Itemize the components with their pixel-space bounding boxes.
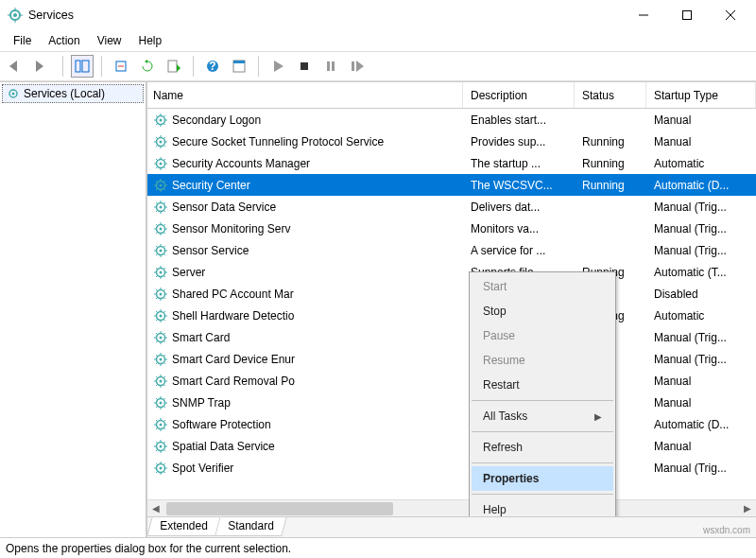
service-row[interactable]: Sensor Data ServiceDelivers dat...Manual… — [147, 196, 756, 218]
refresh-button[interactable] — [136, 55, 159, 78]
service-row[interactable]: Secure Socket Tunneling Protocol Service… — [147, 131, 756, 152]
stop-service-button[interactable] — [293, 55, 316, 78]
svg-point-32 — [160, 118, 163, 121]
console-tree[interactable]: Services (Local) — [0, 82, 147, 537]
forward-button[interactable] — [32, 55, 55, 78]
menu-action[interactable]: Action — [41, 32, 87, 49]
ctx-stop[interactable]: Stop — [472, 299, 613, 323]
service-status: Running — [575, 157, 646, 170]
tab-extended[interactable]: Extended — [146, 516, 220, 536]
svg-point-72 — [160, 205, 163, 208]
ctx-restart[interactable]: Restart — [472, 373, 613, 397]
service-name: Security Center — [172, 179, 250, 192]
svg-line-138 — [164, 340, 166, 342]
minimize-button[interactable] — [622, 0, 665, 30]
ctx-all-tasks[interactable]: All Tasks▶ — [472, 404, 613, 428]
service-row[interactable]: Spot VerifierVerifies pote...Manual (Tri… — [147, 457, 756, 479]
properties-button[interactable] — [228, 55, 250, 78]
service-row[interactable]: Shell Hardware DetectioProvides not...Ru… — [147, 305, 756, 326]
col-status[interactable]: Status — [575, 82, 646, 108]
restart-service-button[interactable] — [346, 55, 369, 78]
service-startup: Manual (Trig... — [646, 462, 756, 475]
service-startup: Automatic — [646, 309, 756, 323]
service-row[interactable]: Secondary LogonEnables start...Manual — [147, 109, 756, 131]
pause-service-button[interactable] — [319, 55, 342, 78]
service-startup: Automatic — [646, 157, 756, 170]
export-list-button[interactable] — [163, 55, 185, 78]
back-button[interactable] — [6, 55, 28, 78]
service-description: The WSCSVC... — [463, 179, 575, 192]
show-hide-tree-button[interactable] — [71, 55, 94, 78]
service-row[interactable]: Spatial Data ServiceThis service i...Man… — [147, 435, 756, 457]
scrollbar-thumb[interactable] — [166, 502, 393, 515]
col-startup-type[interactable]: Startup Type — [646, 82, 756, 108]
close-button[interactable] — [709, 0, 752, 30]
services-list[interactable]: Name Description Status Startup Type Sec… — [147, 82, 756, 516]
service-row[interactable]: Smart CardManages ac...Manual (Trig... — [147, 326, 756, 348]
ctx-properties[interactable]: Properties — [472, 466, 613, 491]
service-row[interactable]: Software ProtectionEnables the ...Automa… — [147, 413, 756, 435]
service-row[interactable]: Smart Card Removal PoAllows the s...Manu… — [147, 370, 756, 392]
service-row[interactable]: Smart Card Device EnurCreates soft...Man… — [147, 348, 756, 370]
svg-line-37 — [156, 115, 158, 117]
ctx-resume[interactable]: Resume — [472, 348, 613, 373]
svg-rect-12 — [76, 61, 80, 72]
service-name: Server — [172, 266, 205, 279]
service-row[interactable]: ServerSupports file...RunningAutomatic (… — [147, 261, 756, 283]
svg-line-157 — [156, 376, 158, 378]
service-row[interactable]: Sensor Monitoring ServMonitors va...Manu… — [147, 218, 756, 239]
menu-help[interactable]: Help — [131, 32, 170, 49]
service-startup: Manual — [646, 440, 756, 453]
svg-line-77 — [156, 202, 158, 204]
gear-icon — [153, 265, 168, 280]
service-name: Smart Card Removal Po — [172, 375, 295, 388]
svg-line-57 — [156, 159, 158, 161]
maximize-button[interactable] — [665, 0, 709, 30]
svg-line-38 — [164, 123, 166, 125]
ctx-start[interactable]: Start — [472, 274, 613, 299]
col-description[interactable]: Description — [463, 82, 575, 108]
svg-line-139 — [164, 333, 166, 335]
service-name: SNMP Trap — [172, 396, 231, 410]
gear-icon — [7, 87, 20, 100]
service-row[interactable]: Shared PC Account MarManages pr...Disabl… — [147, 283, 756, 305]
svg-line-100 — [156, 253, 158, 255]
service-name: Sensor Monitoring Serv — [172, 222, 290, 235]
delete-button[interactable] — [110, 55, 132, 78]
service-row[interactable]: Security CenterThe WSCSVC...RunningAutom… — [147, 174, 756, 196]
toolbar: ? — [0, 51, 756, 81]
menu-file[interactable]: File — [6, 32, 39, 49]
ctx-refresh[interactable]: Refresh — [472, 435, 613, 460]
context-menu: Start Stop Pause Resume Restart All Task… — [469, 271, 616, 516]
svg-point-192 — [160, 466, 163, 469]
menu-view[interactable]: View — [90, 32, 129, 49]
svg-rect-24 — [301, 62, 308, 70]
svg-line-159 — [164, 376, 166, 378]
svg-point-112 — [160, 292, 163, 295]
svg-line-188 — [164, 449, 166, 451]
svg-point-42 — [160, 140, 163, 143]
service-row[interactable]: Sensor ServiceA service for ...Manual (T… — [147, 239, 756, 261]
col-name[interactable]: Name — [147, 82, 463, 108]
service-description: A service for ... — [463, 244, 575, 257]
svg-line-68 — [164, 188, 166, 190]
svg-line-137 — [156, 333, 158, 335]
svg-rect-27 — [352, 61, 354, 71]
svg-rect-25 — [327, 61, 330, 71]
ctx-help[interactable]: Help — [472, 497, 613, 516]
start-service-button[interactable] — [266, 55, 289, 78]
details-pane: Name Description Status Startup Type Sec… — [147, 82, 756, 537]
tab-standard[interactable]: Standard — [215, 516, 286, 536]
service-startup: Disabled — [646, 288, 756, 301]
service-status: Running — [575, 179, 646, 192]
ctx-pause[interactable]: Pause — [472, 323, 613, 348]
svg-line-108 — [164, 275, 166, 277]
service-row[interactable]: SNMP TrapReceives tra...Manual — [147, 392, 756, 413]
scroll-left-icon[interactable]: ◀ — [147, 500, 164, 517]
service-row[interactable]: Security Accounts ManagerThe startup ...… — [147, 152, 756, 174]
gear-icon — [153, 461, 168, 476]
horizontal-scrollbar[interactable]: ◀ ▶ — [147, 499, 756, 516]
services-local-node[interactable]: Services (Local) — [2, 84, 144, 103]
help-button[interactable]: ? — [201, 55, 224, 78]
scroll-right-icon[interactable]: ▶ — [739, 500, 756, 517]
